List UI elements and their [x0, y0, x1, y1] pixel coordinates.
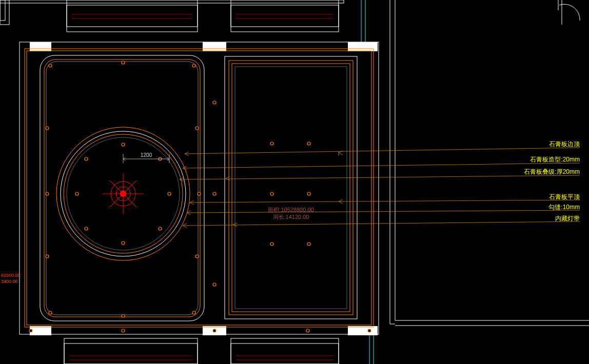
svg-point-56	[195, 127, 199, 130]
svg-point-64	[122, 143, 125, 146]
svg-point-84	[306, 329, 309, 332]
label-6: 内藏灯带	[555, 215, 580, 222]
svg-point-81	[29, 329, 32, 332]
perim-text: 周长:14120.00	[273, 214, 309, 220]
svg-point-52	[49, 64, 52, 67]
svg-point-69	[85, 227, 88, 230]
svg-rect-16	[348, 42, 378, 51]
svg-point-65	[85, 157, 88, 160]
svg-rect-17	[30, 326, 51, 335]
svg-rect-9	[64, 343, 198, 364]
svg-rect-49	[229, 60, 353, 315]
svg-point-76	[307, 142, 310, 145]
svg-rect-11	[231, 343, 339, 364]
svg-point-63	[192, 311, 195, 314]
svg-point-70	[159, 227, 162, 230]
orange-boundary	[25, 49, 374, 327]
svg-line-94	[187, 210, 580, 213]
svg-point-61	[49, 311, 52, 314]
svg-line-91	[183, 163, 580, 168]
svg-point-62	[122, 314, 125, 317]
svg-point-75	[270, 142, 273, 145]
cad-drawing-canvas[interactable]: 1200 面积:10528800.00 周长:14120.00 62900.00…	[0, 0, 589, 364]
leader-lines	[180, 148, 580, 228]
svg-point-59	[46, 255, 49, 258]
svg-point-54	[192, 64, 195, 67]
svg-rect-5	[67, 5, 198, 27]
svg-point-58	[198, 192, 201, 195]
svg-line-89	[185, 148, 580, 154]
svg-rect-12	[0, 0, 9, 25]
svg-rect-10	[231, 338, 339, 364]
svg-point-85	[368, 329, 371, 332]
svg-rect-3	[19, 42, 379, 334]
pillar-blocks	[30, 42, 378, 335]
left-ceiling-panel	[40, 55, 204, 321]
wall-outline	[0, 0, 379, 364]
svg-point-82	[122, 329, 125, 332]
svg-rect-50	[232, 64, 350, 312]
svg-point-55	[46, 127, 49, 130]
svg-line-95	[183, 221, 580, 226]
svg-rect-35	[44, 59, 200, 317]
svg-line-92	[180, 175, 580, 179]
svg-line-93	[190, 200, 580, 203]
svg-point-67	[75, 192, 78, 195]
svg-rect-4	[67, 0, 198, 32]
svg-rect-34	[40, 55, 204, 321]
svg-rect-32	[25, 49, 374, 327]
svg-point-71	[122, 241, 125, 245]
svg-point-79	[270, 242, 273, 246]
label-3: 石膏板叠级:厚20mm	[524, 168, 580, 175]
svg-rect-8	[64, 338, 198, 364]
svg-point-83	[213, 329, 216, 332]
svg-rect-7	[231, 5, 339, 27]
svg-point-74	[213, 283, 216, 286]
dimension-1200-text: 1200	[141, 152, 152, 158]
svg-point-57	[46, 192, 49, 195]
side-text-2: 3400.00	[1, 279, 18, 284]
right-ceiling-panel	[225, 56, 357, 319]
svg-point-60	[195, 255, 199, 258]
svg-rect-33	[27, 51, 371, 325]
svg-rect-36	[46, 62, 198, 315]
label-2: 石膏板造型:20mm	[530, 156, 580, 163]
svg-point-53	[122, 61, 125, 64]
svg-rect-51	[235, 67, 347, 309]
svg-point-80	[307, 242, 310, 246]
center-light-target	[103, 173, 144, 214]
label-4: 石膏板平顶	[549, 193, 580, 200]
red-hatch	[69, 14, 333, 360]
svg-point-72	[213, 101, 216, 104]
svg-rect-15	[203, 42, 226, 51]
svg-point-78	[307, 192, 310, 195]
svg-rect-48	[225, 56, 357, 319]
svg-point-73	[213, 192, 216, 195]
svg-rect-14	[30, 42, 51, 51]
label-1: 石膏板边顶	[549, 140, 580, 148]
svg-point-68	[168, 192, 171, 195]
label-5: 勾缝:10mm	[548, 204, 580, 211]
svg-point-77	[270, 192, 273, 195]
side-text-1: 62900.00	[1, 273, 21, 278]
svg-rect-19	[348, 326, 378, 335]
svg-rect-6	[231, 0, 339, 32]
